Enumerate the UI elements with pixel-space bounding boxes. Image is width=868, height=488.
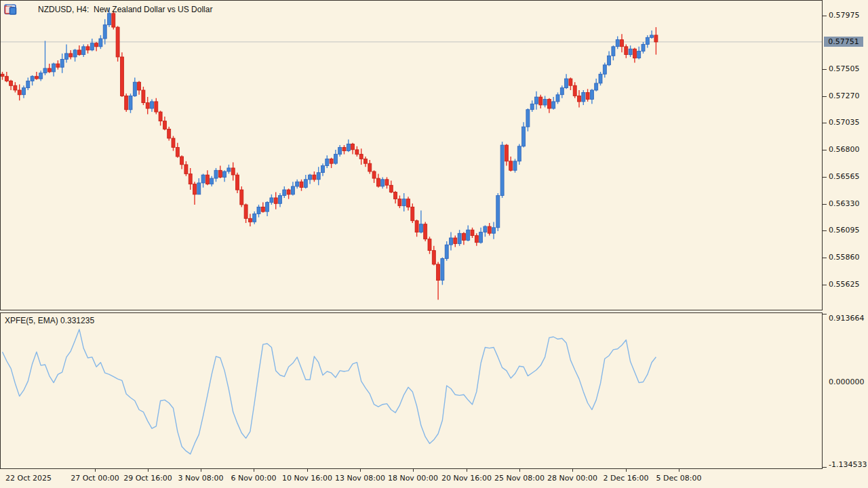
time-axis-tick — [360, 469, 361, 472]
price-axis-tick — [823, 230, 827, 231]
price-axis-label: 0.56095 — [829, 226, 860, 235]
time-axis-tick — [626, 469, 627, 472]
time-axis[interactable]: 22 Oct 2025 27 Oct 00:0029 Oct 16:003 No… — [0, 469, 868, 488]
indicator-axis-zero: 0.000000 — [829, 378, 865, 386]
price-axis-tick — [823, 96, 827, 97]
time-axis-label: 29 Oct 16:00 — [123, 474, 172, 483]
price-axis-label: 0.55860 — [829, 253, 860, 262]
indicator-line-chart — [1, 313, 822, 468]
time-axis-tick — [572, 469, 573, 472]
time-axis-label: 18 Nov 00:00 — [388, 474, 438, 483]
time-axis-tick — [307, 469, 308, 472]
time-axis-start-label: 22 Oct 2025 — [5, 474, 52, 483]
time-axis-label: 5 Dec 08:00 — [656, 474, 702, 483]
depth-of-market-icon[interactable] — [21, 4, 34, 15]
candlestick-chart — [1, 1, 822, 310]
time-axis-label: 20 Nov 16:00 — [441, 474, 492, 483]
price-axis-tick — [823, 285, 827, 285]
price-axis-tick — [823, 258, 827, 258]
main-chart-pane[interactable] — [0, 0, 823, 310]
price-axis-tick — [823, 177, 827, 178]
time-axis-tick — [95, 469, 96, 472]
time-axis-tick — [413, 469, 414, 472]
time-axis-tick — [467, 469, 467, 472]
indicator-axis-min: -1.134533 — [829, 460, 867, 469]
price-axis-tick — [823, 123, 827, 123]
indicator-axis-max: 0.913664 — [829, 314, 865, 323]
price-axis-label: 0.56330 — [829, 199, 860, 208]
price-axis-tick — [823, 69, 827, 70]
time-axis-tick — [201, 469, 201, 472]
price-axis[interactable]: 0.913664 0.000000 -1.134533 0.579750.575… — [823, 0, 868, 469]
time-axis-tick — [519, 469, 520, 472]
time-axis-label: 27 Oct 00:00 — [71, 474, 119, 483]
time-axis-tick — [254, 469, 254, 472]
time-axis-label: 28 Nov 00:00 — [547, 474, 597, 483]
time-axis-label: 2 Dec 16:00 — [604, 474, 649, 483]
time-axis-tick — [679, 469, 679, 472]
current-price-label: 0.57751 — [824, 37, 863, 47]
title-bar: NZDUSD, H4: New Zealand Dollar vs US Dol… — [4, 4, 212, 15]
price-axis-label: 0.56800 — [829, 145, 860, 154]
time-axis-label: 13 Nov 08:00 — [335, 474, 385, 483]
time-axis-label: 6 Nov 00:00 — [231, 474, 276, 483]
chart-title: NZDUSD, H4: New Zealand Dollar vs US Dol… — [38, 5, 212, 14]
price-axis-tick — [823, 204, 827, 205]
time-axis-label: 25 Nov 08:00 — [494, 474, 545, 483]
price-axis-tick — [823, 150, 827, 150]
time-axis-label: 3 Nov 08:00 — [178, 474, 223, 483]
price-axis-label: 0.57035 — [829, 118, 860, 127]
price-axis-label: 0.57505 — [829, 64, 860, 73]
price-axis-label: 0.56565 — [829, 172, 860, 181]
time-axis-label: 10 Nov 16:00 — [282, 474, 332, 483]
price-axis-label: 0.55625 — [829, 280, 860, 289]
chart-window: NZDUSD, H4: New Zealand Dollar vs US Dol… — [0, 0, 868, 488]
price-axis-tick — [823, 16, 827, 16]
indicator-pane[interactable] — [0, 312, 823, 469]
price-axis-label: 0.57975 — [829, 11, 860, 20]
indicator-label: XPFE(5, EMA) 0.331235 — [5, 316, 94, 325]
time-axis-tick — [148, 469, 149, 472]
price-axis-label: 0.57270 — [829, 92, 860, 100]
